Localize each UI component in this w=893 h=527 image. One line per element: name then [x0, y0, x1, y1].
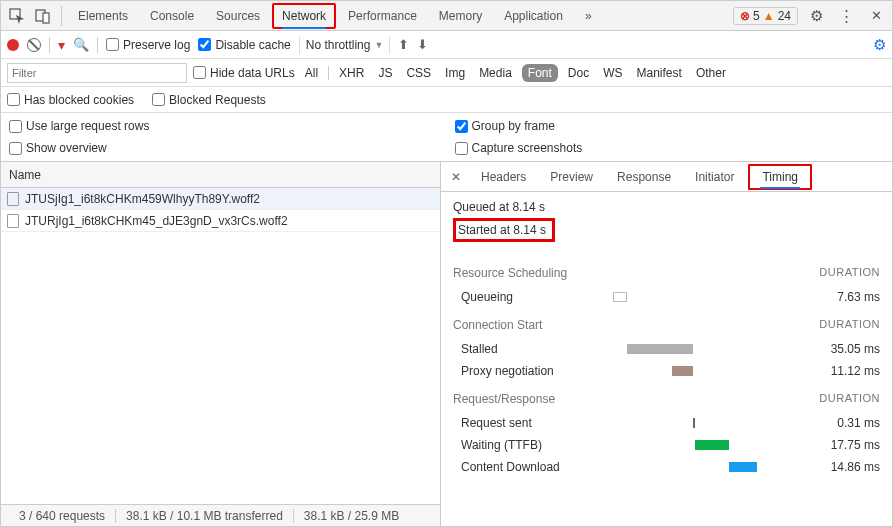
filter-type-media[interactable]: Media — [475, 64, 516, 82]
metric-ttfb: Waiting (TTFB) 17.75 ms — [453, 434, 880, 456]
close-details-button[interactable]: ✕ — [445, 166, 467, 188]
tab-network[interactable]: Network — [272, 3, 336, 29]
kebab-menu-icon[interactable]: ⋮ — [834, 4, 858, 28]
started-at: Started at 8.14 s — [453, 218, 555, 242]
request-list: JTUSjIg1_i6t8kCHKm459WlhyyTh89Y.woff2 JT… — [1, 188, 440, 504]
download-har-icon[interactable]: ⬇ — [417, 37, 428, 52]
filter-row: Hide data URLs All XHR JS CSS Img Media … — [1, 59, 892, 87]
filter-type-ws[interactable]: WS — [599, 64, 626, 82]
file-icon — [7, 214, 19, 228]
filter-type-font[interactable]: Font — [522, 64, 558, 82]
metric-proxy: Proxy negotiation 11.12 ms — [453, 360, 880, 382]
chevron-down-icon: ▼ — [374, 40, 383, 50]
tab-performance[interactable]: Performance — [338, 3, 427, 29]
warning-icon: ▲ — [763, 9, 775, 23]
status-bar: 3 / 640 requests 38.1 kB / 10.1 MB trans… — [1, 504, 440, 526]
hide-data-urls-checkbox[interactable]: Hide data URLs — [193, 66, 295, 80]
request-row[interactable]: JTUSjIg1_i6t8kCHKm459WlhyyTh89Y.woff2 — [1, 188, 440, 210]
metric-stalled: Stalled 35.05 ms — [453, 338, 880, 360]
tab-console[interactable]: Console — [140, 3, 204, 29]
separator — [328, 66, 329, 80]
request-row[interactable]: JTURjIg1_i6t8kCHKm45_dJE3gnD_vx3rCs.woff… — [1, 210, 440, 232]
separator — [49, 37, 50, 53]
use-large-rows-checkbox[interactable]: Use large request rows — [9, 119, 439, 133]
filter-type-all[interactable]: All — [301, 64, 322, 82]
error-icon: ⊗ — [740, 9, 750, 23]
network-settings-icon[interactable]: ⚙ — [873, 36, 886, 54]
close-icon[interactable]: ✕ — [864, 4, 888, 28]
file-icon — [7, 192, 19, 206]
status-requests: 3 / 640 requests — [9, 509, 116, 523]
disable-cache-checkbox[interactable]: Disable cache — [198, 38, 290, 52]
status-resources: 38.1 kB / 25.9 MB — [294, 509, 409, 523]
name-column-header[interactable]: Name — [1, 162, 440, 188]
tab-memory[interactable]: Memory — [429, 3, 492, 29]
error-warning-badge[interactable]: ⊗5 ▲24 — [733, 7, 798, 25]
record-button[interactable] — [7, 39, 19, 51]
blocked-filter-row: Has blocked cookies Blocked Requests — [1, 87, 892, 113]
upload-har-icon[interactable]: ⬆ — [398, 37, 409, 52]
filter-input[interactable] — [7, 63, 187, 83]
detail-tab-initiator[interactable]: Initiator — [685, 164, 744, 190]
status-transferred: 38.1 kB / 10.1 MB transferred — [116, 509, 294, 523]
section-connection: Connection Start DURATION — [453, 318, 880, 332]
devtools-top-tabs: Elements Console Sources Network Perform… — [1, 1, 892, 31]
network-toolbar: ▾ 🔍 Preserve log Disable cache No thrott… — [1, 31, 892, 59]
filter-type-js[interactable]: JS — [374, 64, 396, 82]
section-scheduling: Resource Scheduling DURATION — [453, 266, 880, 280]
details-tabs: ✕ Headers Preview Response Initiator Tim… — [441, 162, 892, 192]
detail-tab-response[interactable]: Response — [607, 164, 681, 190]
clear-button[interactable] — [27, 38, 41, 52]
detail-tab-preview[interactable]: Preview — [540, 164, 603, 190]
separator — [61, 6, 62, 26]
metric-download: Content Download 14.86 ms — [453, 456, 880, 478]
options-row: Use large request rows Show overview Gro… — [1, 113, 892, 162]
filter-type-xhr[interactable]: XHR — [335, 64, 368, 82]
svg-rect-2 — [43, 13, 49, 23]
preserve-log-checkbox[interactable]: Preserve log — [106, 38, 190, 52]
tab-more[interactable]: » — [575, 3, 602, 29]
group-by-frame-checkbox[interactable]: Group by frame — [455, 119, 885, 133]
tab-elements[interactable]: Elements — [68, 3, 138, 29]
metric-queueing: Queueing 7.63 ms — [453, 286, 880, 308]
has-blocked-cookies-checkbox[interactable]: Has blocked cookies — [7, 93, 134, 107]
filter-icon[interactable]: ▾ — [58, 37, 65, 53]
detail-tab-headers[interactable]: Headers — [471, 164, 536, 190]
detail-tab-timing[interactable]: Timing — [748, 164, 812, 190]
filter-type-css[interactable]: CSS — [402, 64, 435, 82]
main-split: Name JTUSjIg1_i6t8kCHKm459WlhyyTh89Y.wof… — [1, 162, 892, 526]
status-badges: ⊗5 ▲24 ⚙ ⋮ ✕ — [733, 4, 888, 28]
timing-body: Queued at 8.14 s Started at 8.14 s Resou… — [441, 192, 892, 526]
request-list-pane: Name JTUSjIg1_i6t8kCHKm459WlhyyTh89Y.wof… — [1, 162, 441, 526]
search-icon[interactable]: 🔍 — [73, 37, 89, 52]
error-count: 5 — [753, 9, 760, 23]
request-name: JTURjIg1_i6t8kCHKm45_dJE3gnD_vx3rCs.woff… — [25, 214, 288, 228]
filter-type-doc[interactable]: Doc — [564, 64, 593, 82]
tab-sources[interactable]: Sources — [206, 3, 270, 29]
gear-icon[interactable]: ⚙ — [804, 4, 828, 28]
request-name: JTUSjIg1_i6t8kCHKm459WlhyyTh89Y.woff2 — [25, 192, 260, 206]
filter-type-img[interactable]: Img — [441, 64, 469, 82]
device-toggle-icon[interactable] — [31, 4, 55, 28]
filter-type-manifest[interactable]: Manifest — [633, 64, 686, 82]
queued-at: Queued at 8.14 s — [453, 200, 880, 214]
show-overview-checkbox[interactable]: Show overview — [9, 141, 439, 155]
warning-count: 24 — [778, 9, 791, 23]
separator — [97, 37, 98, 53]
blocked-requests-checkbox[interactable]: Blocked Requests — [152, 93, 266, 107]
capture-screenshots-checkbox[interactable]: Capture screenshots — [455, 141, 885, 155]
throttling-select[interactable]: No throttling ▼ — [299, 36, 391, 54]
details-pane: ✕ Headers Preview Response Initiator Tim… — [441, 162, 892, 526]
filter-type-other[interactable]: Other — [692, 64, 730, 82]
tab-application[interactable]: Application — [494, 3, 573, 29]
section-reqresp: Request/Response DURATION — [453, 392, 880, 406]
metric-sent: Request sent 0.31 ms — [453, 412, 880, 434]
inspect-element-icon[interactable] — [5, 4, 29, 28]
